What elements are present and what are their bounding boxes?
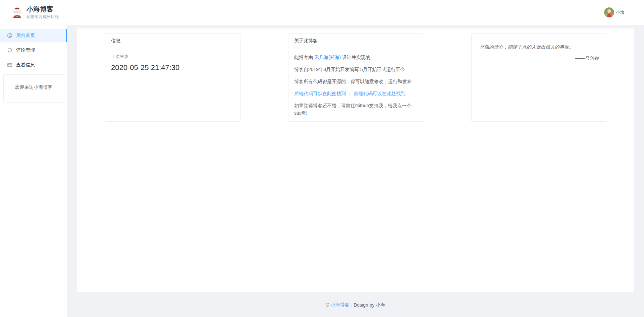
- footer-middle-text: - Design by: [350, 302, 376, 308]
- link-separator: |: [349, 91, 351, 96]
- cards-row: 信息 上次登录 2020-05-25 21:47:30 关于此博客 此博客由 禾…: [77, 28, 634, 122]
- app-header: 小海博客 记录学习成长历程 小海: [0, 0, 644, 25]
- content-area: 信息 上次登录 2020-05-25 21:47:30 关于此博客 此博客由 禾…: [67, 25, 644, 317]
- last-login-value: 2020-05-25 21:47:30: [111, 63, 235, 72]
- odometer-icon: [7, 33, 12, 38]
- last-login-label: 上次登录: [111, 54, 235, 60]
- about-line-opensource: 博客所有代码都是开源的，你可以随意修改，运行和发布: [294, 78, 418, 85]
- about-card: 关于此博客 此博客由 禾几海(郑海) 设计并实现的 博客自2019年3月开始开发…: [288, 34, 424, 122]
- id-card-icon: [7, 62, 12, 68]
- about-line-history: 博客自2019年3月开始开发编写 5月开始正式运行至今: [294, 66, 418, 73]
- sidebar-item-dashboard[interactable]: 后台首页: [0, 29, 67, 42]
- user-name: 小海: [616, 9, 625, 15]
- about-line-author: 此博客由 禾几海(郑海) 设计并实现的: [294, 54, 418, 61]
- sidebar-item-label: 查看信息: [16, 62, 35, 68]
- page-footer: © 小海博客 - Design by 小海: [77, 292, 634, 317]
- about-line1-prefix: 此博客由: [294, 55, 314, 60]
- sidebar-item-view-info[interactable]: 查看信息: [0, 58, 67, 72]
- sidebar-item-comments[interactable]: 评论管理: [0, 44, 67, 57]
- sidebar-item-label: 后台首页: [16, 33, 35, 39]
- quote-text: 坚强的信心，能使平凡的人做出惊人的事业。: [480, 44, 599, 50]
- welcome-text: 欢迎来访小海博客: [15, 84, 53, 90]
- frontend-code-link[interactable]: 前端代码可以在此处找到: [354, 91, 406, 96]
- backend-code-link[interactable]: 后端代码可以在此处找到: [294, 91, 346, 96]
- footer-author: 小海: [376, 302, 385, 308]
- site-subtitle: 记录学习成长历程: [26, 14, 59, 20]
- info-card-body: 上次登录 2020-05-25 21:47:30: [105, 48, 240, 77]
- footer-site-link[interactable]: 小海博客: [331, 302, 350, 308]
- user-avatar: [604, 7, 614, 17]
- about-line1-suffix: 设计并实现的: [341, 55, 370, 60]
- about-card-body: 此博客由 禾几海(郑海) 设计并实现的 博客自2019年3月开始开发编写 5月开…: [288, 48, 424, 127]
- sidebar-item-label: 评论管理: [16, 47, 35, 53]
- user-menu[interactable]: 小海: [604, 7, 625, 17]
- about-card-title: 关于此博客: [288, 34, 424, 48]
- sidebar-menu: 后台首页 评论管理 查看信息: [0, 25, 67, 72]
- quote-author: ——马尔顿: [480, 55, 599, 61]
- info-card: 信息 上次登录 2020-05-25 21:47:30: [105, 34, 241, 122]
- brand-text: 小海博客 记录学习成长历程: [26, 5, 59, 20]
- site-logo-icon: [11, 6, 23, 18]
- author-link[interactable]: 禾几海(郑海): [314, 55, 341, 60]
- main-panel: 信息 上次登录 2020-05-25 21:47:30 关于此博客 此博客由 禾…: [77, 28, 634, 292]
- sidebar: 后台首页 评论管理 查看信息: [0, 25, 67, 317]
- quote-card: 坚强的信心，能使平凡的人做出惊人的事业。 ——马尔顿: [471, 34, 607, 122]
- brand-logo-block[interactable]: 小海博客 记录学习成长历程: [11, 5, 59, 20]
- info-card-title: 信息: [105, 34, 240, 48]
- chat-bubble-icon: [7, 48, 12, 53]
- footer-copyright: ©: [326, 302, 331, 308]
- about-line-code-links: 后端代码可以在此处找到|前端代码可以在此处找到: [294, 90, 418, 97]
- site-title: 小海博客: [26, 5, 59, 13]
- welcome-box: 欢迎来访小海博客: [3, 74, 64, 103]
- about-line-github: 如果觉得博客还不错，请前往Github支持我，给我点一个star吧: [294, 102, 418, 117]
